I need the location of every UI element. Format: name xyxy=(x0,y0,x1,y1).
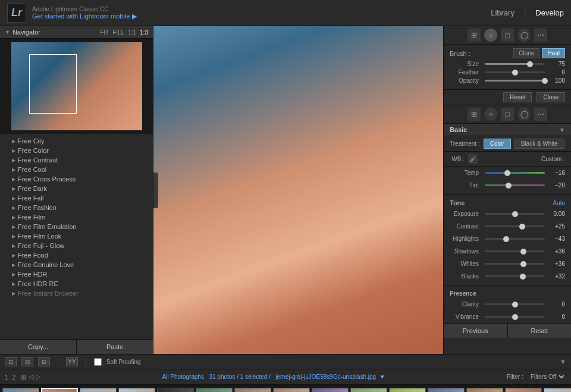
oval-tool-icon2[interactable]: ◯ xyxy=(517,108,531,121)
filmstrip-next-arrow[interactable]: ▷ xyxy=(36,373,40,381)
view-1to3[interactable]: 1:3 xyxy=(140,29,148,36)
film-thumb[interactable] xyxy=(544,388,571,393)
temp-track[interactable] xyxy=(485,172,545,174)
view-fill[interactable]: FILL xyxy=(112,29,124,36)
exposure-track[interactable] xyxy=(485,213,545,215)
filmstrip-num2[interactable]: 2 xyxy=(12,374,15,381)
vibrance-track[interactable] xyxy=(485,316,545,318)
tint-track[interactable] xyxy=(485,184,545,186)
left-panel-toggle[interactable] xyxy=(153,173,158,208)
list-item[interactable]: ▶Free Instant Browser xyxy=(0,288,153,298)
navigator-thumb[interactable] xyxy=(0,39,153,134)
film-thumb[interactable] xyxy=(428,388,465,393)
soft-proofing-checkbox[interactable] xyxy=(94,358,102,366)
filter-select[interactable]: Filters Off xyxy=(528,373,566,381)
copy-button[interactable]: Copy... xyxy=(0,340,77,354)
whites-track[interactable] xyxy=(485,263,545,265)
auto-tone-btn[interactable]: Auto xyxy=(553,200,565,206)
list-item[interactable]: ▶Free Fashion xyxy=(0,203,153,212)
star-icon[interactable]: ⊟ xyxy=(38,357,50,366)
list-item[interactable]: ▶Free Food xyxy=(0,250,153,260)
film-thumb[interactable] xyxy=(466,388,503,393)
view-fit[interactable]: FIT xyxy=(100,29,109,36)
eyedropper-icon[interactable]: 🖊 xyxy=(468,154,478,164)
film-thumb[interactable] xyxy=(312,388,349,393)
filmstrip-grid-icon[interactable]: ⊞ xyxy=(20,373,26,381)
film-thumb[interactable] xyxy=(80,388,117,393)
rect-tool-icon[interactable]: □ xyxy=(501,29,514,42)
tint-value: −20 xyxy=(547,182,565,189)
contrast-track[interactable] xyxy=(485,225,545,227)
rect-tool-icon2[interactable]: □ xyxy=(501,108,514,121)
nav-library[interactable]: Library xyxy=(491,8,514,17)
sliders-tool-icon[interactable]: ⋯ xyxy=(534,29,547,42)
list-item[interactable]: ▶Free HDR RE xyxy=(0,279,153,288)
clarity-track[interactable] xyxy=(485,303,545,305)
list-item[interactable]: ▶Free Genuine Love xyxy=(0,260,153,269)
circle-tool-icon[interactable]: ○ xyxy=(484,29,497,42)
paste-button[interactable]: Paste xyxy=(77,340,153,354)
film-thumb[interactable] xyxy=(41,388,78,393)
nav-develop[interactable]: Develop xyxy=(535,8,564,17)
film-thumb[interactable] xyxy=(505,388,542,393)
bottom-toolbar: ⊡ ⊟ ⊟ | YY | Soft Proofing ▼ xyxy=(0,354,571,369)
sub-title: Get started with Lightroom mobile ▶ xyxy=(32,12,491,20)
list-item[interactable]: ▶Free HDR xyxy=(0,269,153,279)
filmstrip-prev-arrow[interactable]: ◁ xyxy=(29,373,33,381)
heal-button[interactable]: Heal xyxy=(542,48,565,58)
sliders-tool-icon2[interactable]: ⋯ xyxy=(534,108,547,121)
wb-row: WB : 🖊 Custom : xyxy=(444,152,571,167)
left-panel: ▼ Navigator FIT FILL 1:1 1:3 ▶Free City … xyxy=(0,26,153,354)
flag-icon[interactable]: ⊟ xyxy=(21,357,33,366)
photo-main[interactable] xyxy=(153,26,443,354)
close-btn[interactable]: Close xyxy=(537,92,565,102)
film-thumb[interactable] xyxy=(350,388,387,393)
film-thumb[interactable] xyxy=(389,388,426,393)
exposure-slider-row: Exposure 0.00 xyxy=(444,209,571,218)
film-thumb[interactable] xyxy=(273,388,310,393)
crop-icon[interactable]: ⊡ xyxy=(5,357,17,366)
list-item[interactable]: ▶Free Film Emulation xyxy=(0,222,153,231)
view-1to1[interactable]: 1:1 xyxy=(128,29,136,36)
divider2 xyxy=(444,285,571,286)
bw-treatment-btn[interactable]: Black & White xyxy=(514,139,564,149)
list-item[interactable]: ▶Free Fall xyxy=(0,193,153,203)
size-track[interactable] xyxy=(485,63,545,65)
yy-icon[interactable]: YY xyxy=(66,357,78,366)
color-treatment-btn[interactable]: Color xyxy=(484,139,511,149)
list-item[interactable]: ▶Free Film Look xyxy=(0,231,153,241)
opacity-track[interactable] xyxy=(485,80,545,81)
tool-row-1: ⊞ ○ □ ◯ ⋯ xyxy=(444,26,571,45)
feather-label: Feather xyxy=(450,69,482,76)
reset-btn[interactable]: Reset xyxy=(503,92,532,102)
list-item[interactable]: ▶Free City xyxy=(0,136,153,146)
list-item[interactable]: ▶Free Color xyxy=(0,146,153,155)
highlights-track[interactable] xyxy=(485,238,545,240)
oval-tool-icon[interactable]: ◯ xyxy=(517,29,531,42)
film-thumb[interactable] xyxy=(2,388,39,393)
list-item[interactable]: ▶Free Dark xyxy=(0,184,153,193)
grid-tool-icon2[interactable]: ⊞ xyxy=(468,108,481,121)
list-item[interactable]: ▶Free Cool xyxy=(0,165,153,174)
filmstrip-num1[interactable]: 1 xyxy=(5,374,8,381)
soft-proofing-label: Soft Proofing xyxy=(106,359,141,365)
circle-tool-icon2[interactable]: ○ xyxy=(484,108,497,121)
list-item[interactable]: ▶Free Contrast xyxy=(0,155,153,165)
list-item[interactable]: ▶Free Fuji - Glow xyxy=(0,241,153,250)
clone-button[interactable]: Clone xyxy=(513,48,539,58)
previous-button[interactable]: Previous xyxy=(444,324,508,338)
film-thumb[interactable] xyxy=(118,388,155,393)
film-thumb[interactable] xyxy=(234,388,271,393)
view-dropdown[interactable]: ▼ xyxy=(146,358,566,365)
film-thumb[interactable] xyxy=(157,388,194,393)
shadows-track[interactable] xyxy=(485,250,545,252)
basic-arrow[interactable]: ▼ xyxy=(559,127,565,133)
feather-track[interactable] xyxy=(485,71,545,73)
list-item[interactable]: ▶Free Cross Process xyxy=(0,174,153,184)
grid-tool-icon[interactable]: ⊞ xyxy=(468,29,481,42)
list-item[interactable]: ▶Free Film xyxy=(0,212,153,222)
film-thumb[interactable] xyxy=(196,388,233,393)
reset-develop-button[interactable]: Reset xyxy=(508,324,572,338)
blacks-track[interactable] xyxy=(485,275,545,277)
exposure-label: Exposure xyxy=(450,211,482,217)
